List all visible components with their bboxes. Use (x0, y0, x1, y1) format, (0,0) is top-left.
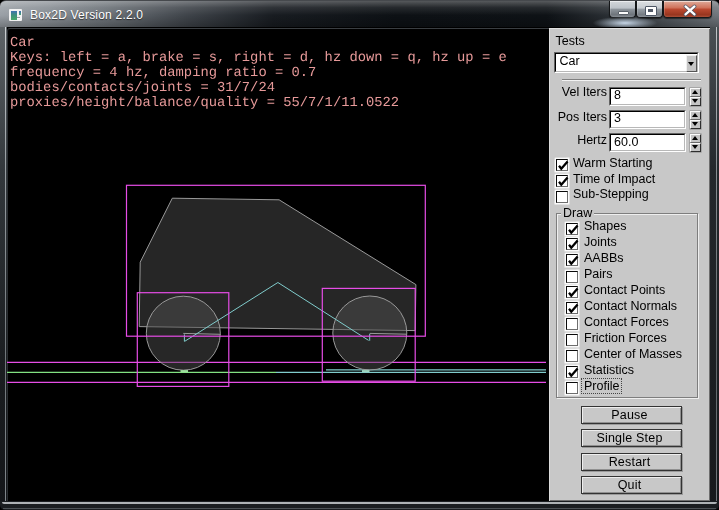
svg-text:bodies/contacts/joints = 31/7/: bodies/contacts/joints = 31/7/24 (10, 81, 275, 96)
svg-text:frequency = 4 hz, damping rati: frequency = 4 hz, damping ratio = 0.7 (10, 66, 316, 81)
svg-text:Car: Car (10, 36, 35, 51)
svg-text:proxies/height/balance/quality: proxies/height/balance/quality = 55/7/1/… (10, 96, 399, 111)
svg-text:Keys: left = a, brake = s, rig: Keys: left = a, brake = s, right = d, hz… (10, 51, 507, 66)
